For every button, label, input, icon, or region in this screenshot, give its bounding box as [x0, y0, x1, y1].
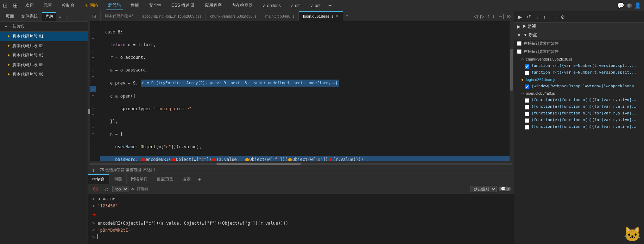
bp-filename-2: login.d361deae.js — [526, 77, 556, 82]
navigate-back-icon[interactable]: ◁ — [472, 13, 479, 19]
step-into-button[interactable]: ↓ — [534, 13, 540, 20]
bp-text-main-3: (function(e){function n(n){for(var r,a,i… — [531, 111, 637, 115]
navigate-up-icon[interactable]: ↑ — [486, 13, 491, 19]
breakpoints-section-header[interactable]: ▼ ▼ 断点 — [514, 31, 644, 39]
snippet-item-2[interactable]: ✦ 脚本代码片段 #2 — [0, 41, 88, 51]
breakpoints-list: 在捕获到异常时暂停 在捕获到异常时暂停 ○ chunk-vendors.50b2… — [514, 39, 644, 244]
code-line: }), — [100, 118, 510, 125]
bottom-tab-network[interactable]: 网络条件 — [127, 174, 152, 184]
tab-main[interactable]: main.cfcb34a0.js — [261, 11, 299, 21]
toolbar-icon-new[interactable]: ⊡ — [3, 2, 7, 9]
pause-on-caught-checkbox-1[interactable] — [517, 41, 522, 46]
watch-arrow-icon: ▶ — [517, 24, 520, 29]
tab-accountbind[interactable]: accountBind~log...h.1c6b2609.css — [138, 11, 206, 21]
add-bottom-tab-button[interactable]: + — [195, 176, 204, 182]
bp-text-1: function r(t){var e=Number(t.version.spl… — [531, 63, 636, 68]
scrollbar-thumb[interactable] — [510, 49, 513, 91]
close-tab-button[interactable]: ✕ — [335, 14, 339, 19]
bp-checkbox-2[interactable] — [525, 71, 529, 75]
step-out-button[interactable]: ↑ — [542, 13, 548, 20]
new-snippet-button[interactable]: + + 新片段 — [3, 23, 27, 30]
step-button[interactable]: → — [549, 13, 557, 20]
toolbar-performance[interactable]: 性能 — [128, 1, 141, 10]
console-line-4: < 'pBnYDoWk2tI=' — [92, 227, 510, 234]
bp-item-main-4: (function(e){function n(n){for(var r,a,i… — [514, 117, 644, 124]
pause-label-1: 在捕获到异常时暂停 — [524, 41, 558, 46]
pause-on-caught-checkbox-2[interactable] — [517, 49, 522, 54]
tab-chunk-vendors[interactable]: chunk-vendors.50b2fc30.js — [206, 11, 261, 21]
toolbar-vdiff[interactable]: v_diff — [289, 2, 303, 10]
filter-console-button[interactable]: ◎ — [102, 186, 110, 192]
deactivate-breakpoints-button[interactable]: ⊘ — [559, 13, 567, 20]
toolbar-console[interactable]: 控制台 — [60, 1, 77, 10]
user-icon[interactable]: 👤 — [634, 2, 641, 9]
bp-file-chunk-vendors[interactable]: ○ chunk-vendors.50b2fc30.js — [514, 56, 644, 63]
bracket-icon: {} — [91, 168, 94, 172]
toolbar-app[interactable]: 应用程序 — [203, 1, 224, 10]
bp-checkbox-main-5[interactable] — [525, 125, 529, 130]
snippet-item-6[interactable]: ✦ 脚本代码片段 #6 — [0, 70, 88, 79]
resume-button[interactable]: ▶ — [516, 13, 524, 20]
toolbar-sources[interactable]: 源代码 — [106, 1, 123, 10]
tab-filesystem[interactable]: 文件系统 — [18, 12, 41, 20]
console-content[interactable]: > a.value < '123456' ➜ > encodeURI(Objec… — [88, 194, 514, 244]
console-line-1: > a.value — [92, 195, 510, 202]
tab-login[interactable]: login.d361deae.js ✕ — [299, 11, 343, 21]
toolbar-vopitons[interactable]: v_opitons — [260, 2, 283, 10]
bp-checkbox-login-1[interactable] — [525, 85, 529, 89]
bp-checkbox-main-3[interactable] — [525, 112, 529, 116]
bp-file-main[interactable]: ○ main.cfcb34a0.js — [514, 90, 644, 97]
bottom-tab-issues[interactable]: 问题 — [109, 174, 127, 184]
toolbar-welcome[interactable]: 欢迎 — [23, 1, 36, 10]
step-over-icon[interactable]: →| — [496, 13, 505, 19]
toggle-sidebar-button[interactable]: ⊡ — [92, 13, 96, 19]
code-line: e.prev = 9, e = R {tryEntries: Array(2),… — [100, 80, 510, 87]
toolbar-elements[interactable]: 元素 — [42, 1, 54, 10]
bottom-tab-console[interactable]: 控制台 — [88, 174, 109, 184]
tab-snippet3[interactable]: 脚本代码片段 #3 — [101, 11, 138, 21]
bp-file-login[interactable]: ● login.d361deae.js — [514, 76, 644, 83]
message-badge: 9 — [626, 4, 632, 8]
bottom-tab-coverage[interactable]: 覆盖范围 — [152, 174, 178, 184]
snippet-icon: ✦ — [7, 44, 10, 48]
bottom-tab-search[interactable]: 搜索 — [178, 174, 195, 184]
snippet-item-3[interactable]: ✦ 脚本代码片段 #3 — [0, 51, 88, 60]
deactivate-icon[interactable]: ⊘ — [505, 13, 512, 19]
bp-text-2: function r(t){var e=Number(t.version.spl… — [531, 70, 636, 75]
code-area[interactable]: - - - - - - - - - - — [88, 21, 514, 161]
scrollbar-thumb-h[interactable] — [216, 163, 301, 165]
more-tabs-button[interactable]: » — [58, 13, 63, 20]
add-panel-button[interactable]: + — [328, 2, 332, 9]
bp-checkbox-main-1[interactable] — [525, 98, 529, 103]
snippet-item-1[interactable]: ✦ 脚本代码片段 #1 — [0, 32, 88, 41]
breakpoints-label: ▼ 断点 — [523, 32, 537, 38]
toolbar-icon-dock[interactable]: ⊞ — [13, 2, 18, 9]
toolbar-memory[interactable]: 内存检查器 — [229, 1, 255, 10]
tab-overflow-button[interactable]: » — [343, 14, 351, 19]
horizontal-scrollbar[interactable] — [88, 161, 514, 166]
snippet-item-5[interactable]: ✦ 脚本代码片段 #5 — [0, 60, 88, 70]
code-content[interactable]: case 8: return o = t.form, r = o.account… — [96, 21, 510, 161]
toolbar-security[interactable]: 安全性 — [147, 1, 164, 10]
clear-console-button[interactable]: 🚫 — [91, 186, 100, 192]
log-level-selector[interactable]: 默认级别 — [471, 186, 497, 192]
bp-checkbox-main-4[interactable] — [525, 118, 529, 123]
file-circle-icon-3: ○ — [521, 91, 524, 96]
context-selector[interactable]: top — [112, 186, 128, 192]
tab-snippets[interactable]: 片段 — [42, 12, 56, 21]
navigate-forward-icon[interactable]: ▷ — [479, 13, 486, 19]
console-cursor-line[interactable]: > — [92, 234, 510, 241]
step-over-button[interactable]: ↺ — [525, 13, 533, 20]
watch-section-header[interactable]: ▶ ▶ 监视 — [514, 23, 644, 31]
toolbar-network[interactable]: ⚠ 网络 — [82, 1, 100, 10]
bp-checkbox-main-2[interactable] — [525, 105, 529, 110]
tab-page[interactable]: 页面 — [3, 12, 17, 20]
kebab-menu-button[interactable]: ⋮ — [64, 13, 71, 20]
toolbar-css[interactable]: CSS 概述 及 — [169, 1, 197, 10]
vertical-scrollbar[interactable] — [510, 21, 514, 161]
bp-checkbox-1[interactable] — [525, 64, 529, 69]
snippet-list: ✦ 脚本代码片段 #1 ✦ 脚本代码片段 #2 ✦ 脚本代码片段 #3 ✦ 脚本… — [0, 32, 88, 244]
debugger-panel: ▶ ↺ ↓ ↑ → ⊘ ▶ ▶ 监视 ▼ ▼ 断点 — [514, 11, 644, 244]
toolbar-vast[interactable]: v_ast — [308, 2, 323, 10]
navigate-down-icon[interactable]: ↓ — [491, 13, 496, 19]
